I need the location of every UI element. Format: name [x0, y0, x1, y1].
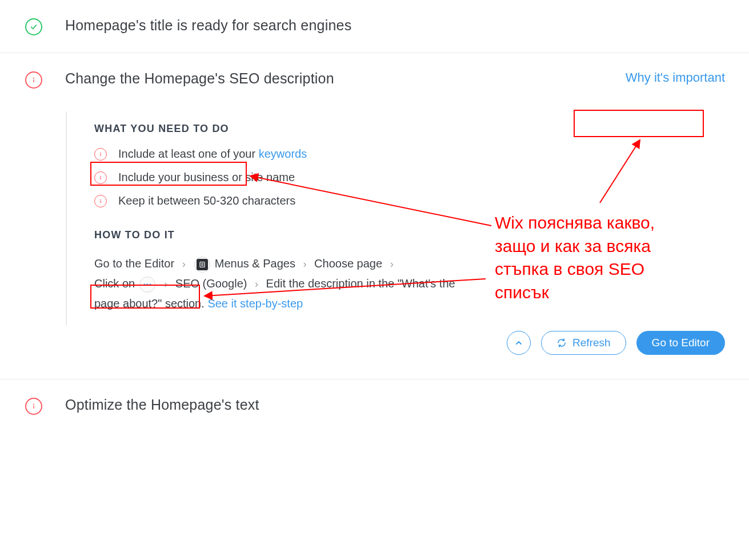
- check-item-text: Include your business or site name: [118, 171, 295, 184]
- chevron-right-icon: ›: [386, 258, 398, 270]
- chevron-right-icon: ›: [178, 258, 190, 270]
- svg-rect-7: [100, 201, 101, 203]
- svg-point-2: [100, 152, 101, 153]
- refresh-button[interactable]: Refresh: [541, 331, 626, 355]
- svg-rect-16: [33, 406, 34, 409]
- check-item-text: Include at least one of your keywords: [118, 147, 307, 161]
- how-to-do-it-heading: HOW TO DO IT: [94, 229, 466, 241]
- svg-point-12: [143, 283, 145, 285]
- alert-icon: [94, 171, 107, 184]
- why-important-link[interactable]: Why it's important: [626, 70, 725, 85]
- alert-icon: [94, 148, 107, 161]
- svg-rect-1: [33, 79, 34, 82]
- menus-pages-icon: [194, 257, 210, 273]
- row-title: Homepage's title is ready for search eng…: [65, 17, 351, 34]
- check-item-text: Keep it between 50-320 characters: [118, 194, 295, 207]
- svg-point-14: [149, 283, 151, 285]
- checklist-row-seo-description: Change the Homepage's SEO description Wh…: [0, 53, 749, 379]
- svg-point-13: [146, 283, 148, 285]
- alert-icon: [25, 398, 42, 415]
- instructions-text: Go to the Editor › Menus & Pages › Choos…: [94, 254, 460, 314]
- svg-point-6: [100, 199, 101, 200]
- svg-point-4: [100, 175, 101, 177]
- checkmark-icon: [25, 18, 42, 35]
- chevron-right-icon: ›: [299, 258, 311, 270]
- detail-panel: WHAT YOU NEED TO DO Include at least one…: [66, 111, 466, 325]
- checklist-row-optimize-text[interactable]: Optimize the Homepage's text: [0, 379, 749, 432]
- collapse-button[interactable]: [507, 331, 531, 355]
- row-title: Optimize the Homepage's text: [65, 397, 259, 413]
- action-row: Refresh Go to Editor: [0, 325, 749, 379]
- check-item: Include your business or site name: [94, 171, 466, 184]
- svg-rect-3: [100, 154, 101, 156]
- checklist-row-title-ready[interactable]: Homepage's title is ready for search eng…: [0, 0, 749, 53]
- alert-icon: [94, 195, 107, 207]
- refresh-icon: [556, 338, 567, 348]
- more-dots-icon: [139, 277, 155, 293]
- svg-rect-5: [100, 177, 101, 179]
- chevron-right-icon: ›: [159, 278, 172, 290]
- go-to-editor-button[interactable]: Go to Editor: [636, 331, 725, 355]
- what-you-need-heading: WHAT YOU NEED TO DO: [94, 123, 466, 135]
- check-item: Include at least one of your keywords: [94, 147, 466, 161]
- chevron-right-icon: ›: [250, 278, 263, 290]
- svg-point-0: [33, 77, 34, 78]
- chevron-up-icon: [515, 339, 523, 347]
- see-step-by-step-link[interactable]: See it step-by-step: [207, 297, 303, 310]
- svg-point-15: [33, 403, 34, 405]
- keywords-link[interactable]: keywords: [259, 147, 307, 160]
- check-item: Keep it between 50-320 characters: [94, 194, 466, 207]
- row-title: Change the Homepage's SEO description: [65, 70, 334, 87]
- alert-icon: [25, 71, 42, 89]
